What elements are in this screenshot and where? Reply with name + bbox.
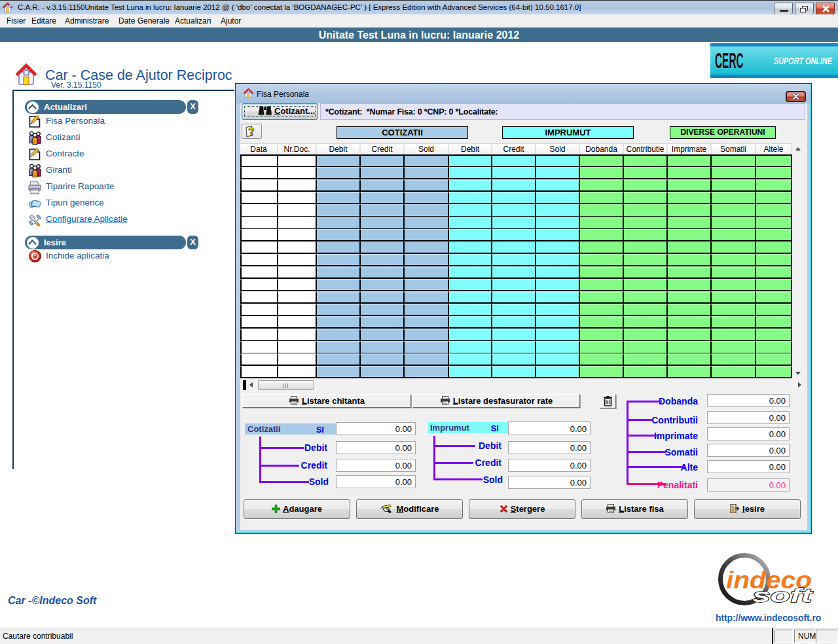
svg-text:SUPORT ONLINE: SUPORT ONLINE: [774, 56, 833, 66]
svg-text:soft: soft: [752, 585, 813, 606]
svg-text:CERC: CERC: [715, 48, 744, 73]
svg-text:?: ?: [247, 126, 255, 137]
